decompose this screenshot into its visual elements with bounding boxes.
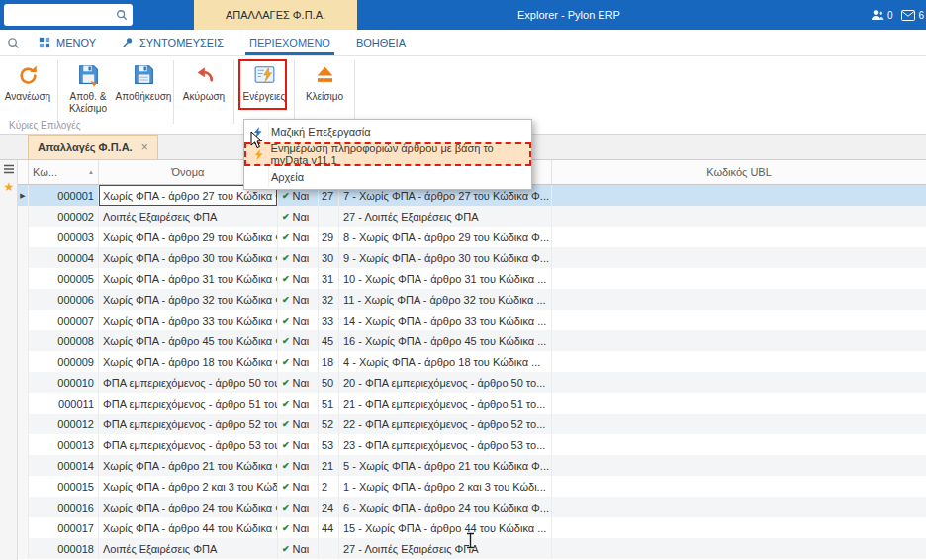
actions-button[interactable]: Ενέργειες: [236, 56, 292, 103]
col-header-code[interactable]: Κω... ▲: [29, 160, 99, 184]
grid-row[interactable]: 000015 Χωρίς ΦΠΑ - άρθρο 2 και 3 του Κώδ…: [18, 476, 926, 497]
cell-code: 000003: [29, 227, 99, 247]
menu-item-help[interactable]: ΒΟΗΘΕΙΑ: [343, 30, 418, 55]
cell-active: ✔ Ναι: [278, 393, 319, 414]
sort-asc-icon: ▲: [88, 169, 94, 175]
cell-code: 000001: [29, 185, 99, 206]
menu-item-files[interactable]: Αρχεία: [244, 166, 531, 188]
cell-ubl: [552, 206, 926, 227]
row-indicator: [18, 330, 29, 351]
cell-article: 45: [319, 330, 339, 351]
row-indicator: ▶: [18, 185, 29, 206]
cell-name: Λοιπές Εξαιρέσεις ΦΠΑ: [99, 206, 278, 227]
cell-active: ✔ Ναι: [278, 538, 319, 559]
grid-row[interactable]: 000014 Χωρίς ΦΠΑ - άρθρο 21 του Κώδικα Φ…: [18, 455, 926, 476]
bolt-icon: [251, 148, 267, 161]
cell-name: Χωρίς ΦΠΑ - άρθρο 30 του Κώδικα ΦΠΑ...: [99, 247, 278, 268]
cell-code: 000007: [29, 310, 99, 330]
row-indicator: [18, 310, 29, 330]
refresh-button[interactable]: Ανανέωση: [0, 56, 55, 103]
favorites-star-icon[interactable]: ★: [0, 178, 18, 196]
global-search[interactable]: [4, 4, 133, 26]
cancel-button[interactable]: Ακύρωση: [176, 56, 232, 103]
hamburger-menu-icon[interactable]: [0, 160, 18, 178]
cell-active: ✔ Ναι: [278, 497, 319, 517]
check-icon: ✔: [282, 503, 290, 513]
save-button[interactable]: Αποθήκευση: [116, 56, 171, 103]
cell-yes-label: Ναι: [293, 232, 310, 243]
grid-row[interactable]: 000002 Λοιπές Εξαιρέσεις ΦΠΑ ✔ Ναι 27 - …: [18, 206, 926, 227]
cell-article: [319, 538, 339, 559]
cell-article: 18: [319, 351, 339, 372]
cell-article: 53: [319, 434, 339, 455]
row-indicator: [18, 268, 29, 289]
cell-active: ✔ Ναι: [278, 434, 319, 455]
cell-name: Χωρίς ΦΠΑ - άρθρο 18 του Κώδικα ΦΠΑ...: [99, 351, 278, 372]
menu-item-shortcuts[interactable]: ΣΥΝΤΟΜΕΥΣΕΙΣ: [109, 30, 236, 55]
row-indicator: [18, 476, 29, 497]
grid-row[interactable]: 000008 Χωρίς ΦΠΑ - άρθρο 45 του Κώδικα Φ…: [18, 330, 926, 351]
grid-row[interactable]: 000013 ΦΠΑ εμπεριεχόμενος - άρθρο 53 του…: [18, 434, 926, 455]
cell-ubl: [552, 268, 926, 289]
cell-article: [319, 206, 339, 227]
users-badge[interactable]: 0: [871, 9, 893, 21]
check-icon: ✔: [282, 482, 290, 492]
grid-body: ▶ 000001 Χωρίς ΦΠΑ - άρθρο 27 του Κώδικα…: [18, 185, 926, 559]
menu-item-label: ΒΟΗΘΕΙΑ: [356, 37, 406, 48]
col-header-indicator: [18, 160, 29, 184]
check-icon: ✔: [282, 233, 290, 242]
cell-mydata: 4 - Χωρίς ΦΠΑ - άρθρο 18 του Κώδικα ...: [339, 351, 552, 372]
cell-active: ✔ Ναι: [278, 476, 319, 497]
cell-ubl: [552, 434, 926, 455]
grid-row[interactable]: 000009 Χωρίς ΦΠΑ - άρθρο 18 του Κώδικα Φ…: [18, 351, 926, 372]
cell-mydata: 8 - Χωρίς ΦΠΑ - άρθρο 29 του Κώδικα Φ...: [339, 227, 552, 247]
row-indicator: [18, 227, 29, 247]
menu-item-mydata-update[interactable]: Ενημέρωση πληροφοριών άρθρου με βάση το …: [244, 142, 531, 166]
cell-active: ✔ Ναι: [278, 351, 319, 372]
window-tab-apallages-fpa[interactable]: ΑΠΑΛΛΑΓΕΣ Φ.Π.Α.: [194, 0, 357, 30]
close-button[interactable]: Κλείσιμο: [297, 56, 352, 103]
menu-item-mass-edit[interactable]: Μαζική Επεξεργασία: [244, 121, 531, 142]
lens-icon[interactable]: [0, 30, 26, 55]
grid-row[interactable]: 000006 Χωρίς ΦΠΑ - άρθρο 32 του Κώδικα Φ…: [18, 289, 926, 310]
grid-row[interactable]: 000003 Χωρίς ΦΠΑ - άρθρο 29 του Κώδικα Φ…: [18, 227, 926, 247]
cell-article: 30: [319, 247, 339, 268]
grid-row[interactable]: 000016 Χωρίς ΦΠΑ - άρθρο 24 του Κώδικα Φ…: [18, 497, 926, 517]
grid-row[interactable]: 000012 ΦΠΑ εμπεριεχόμενος - άρθρο 52 του…: [18, 414, 926, 434]
tab-close-icon[interactable]: ×: [141, 140, 148, 154]
grid-row[interactable]: 000010 ΦΠΑ εμπεριεχόμενος - άρθρο 50 του…: [18, 372, 926, 393]
toolbar-separator: [354, 60, 355, 124]
global-search-input[interactable]: [4, 9, 116, 21]
cell-article: 51: [319, 393, 339, 414]
check-icon: ✔: [282, 336, 290, 346]
cell-active: ✔ Ναι: [278, 227, 319, 247]
bolt-icon: [249, 126, 267, 139]
doc-tab-apallages-fpa[interactable]: Απαλλαγές Φ.Π.Α. ×: [28, 135, 158, 159]
grid-row[interactable]: 000004 Χωρίς ΦΠΑ - άρθρο 30 του Κώδικα Φ…: [18, 247, 926, 268]
grid-row[interactable]: 000017 Χωρίς ΦΠΑ - άρθρο 44 του Κώδικα Φ…: [18, 517, 926, 538]
menu-item-label: Μαζική Επεξεργασία: [271, 126, 371, 138]
menu-item-label: Αρχεία: [271, 171, 304, 183]
row-indicator: [18, 393, 29, 414]
close-icon: [313, 62, 337, 87]
menubar: ΜΕΝΟΥ ΣΥΝΤΟΜΕΥΣΕΙΣ ΠΕΡΙΕΧΟΜΕΝΟ ΒΟΗΘΕΙΑ: [0, 30, 926, 56]
menu-item-content[interactable]: ΠΕΡΙΕΧΟΜΕΝΟ: [236, 30, 343, 55]
save-and-close-button[interactable]: Αποθ. & Κλείσιμο: [60, 56, 116, 114]
cell-name: Χωρίς ΦΠΑ - άρθρο 31 του Κώδικα ΦΠΑ...: [99, 268, 278, 289]
cell-ubl: [552, 227, 926, 247]
grid-row[interactable]: 000007 Χωρίς ΦΠΑ - άρθρο 33 του Κώδικα Φ…: [18, 310, 926, 330]
menu-grid-icon: [39, 37, 50, 48]
cell-name: ΦΠΑ εμπεριεχόμενος - άρθρο 53 του Κ...: [99, 434, 278, 455]
button-label: Αποθήκευση: [116, 91, 172, 103]
cell-mydata: 1 - Χωρίς ΦΠΑ - άρθρο 2 και 3 του Κώδι..…: [339, 476, 552, 497]
grid-row[interactable]: 000011 ΦΠΑ εμπεριεχόμενος - άρθρο 51 του…: [18, 393, 926, 414]
check-icon: ✔: [282, 295, 290, 305]
check-icon: ✔: [282, 191, 290, 201]
grid-row[interactable]: 000018 Λοιπές Εξαιρέσεις ΦΠΑ ✔ Ναι 27 - …: [18, 538, 926, 559]
grid-row[interactable]: 000005 Χωρίς ΦΠΑ - άρθρο 31 του Κώδικα Φ…: [18, 268, 926, 289]
mail-badge[interactable]: 6: [901, 10, 924, 21]
col-header-ubl[interactable]: Κωδικός UBL: [552, 160, 926, 184]
button-label: Κλείσιμο: [306, 91, 343, 103]
toolbar-separator: [57, 60, 58, 124]
menu-item-menu[interactable]: ΜΕΝΟΥ: [26, 30, 109, 55]
